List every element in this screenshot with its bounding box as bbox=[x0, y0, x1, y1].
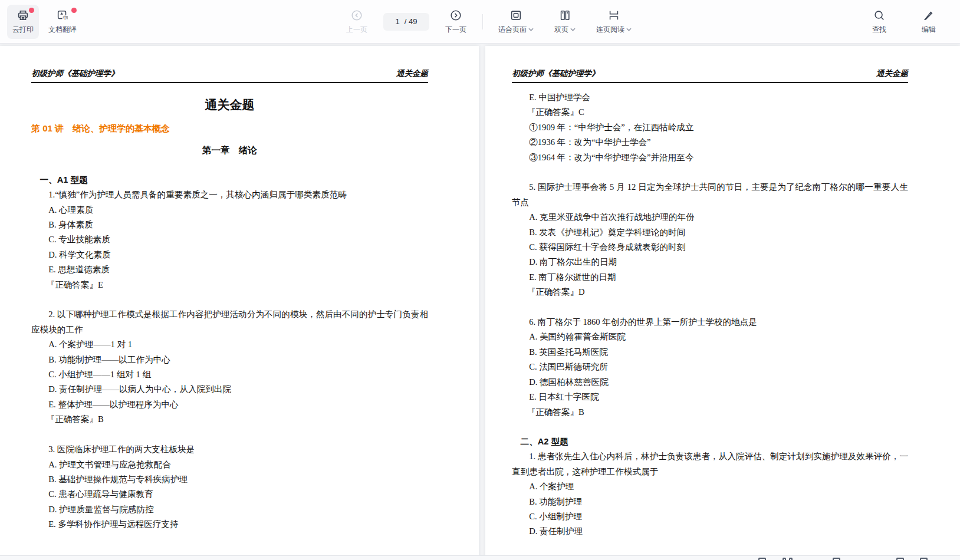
doc-line-opt: C. 患者心理疏导与健康教育 bbox=[31, 487, 428, 502]
doc-line-opt: C. 获得国际红十字会终身成就表彰的时刻 bbox=[512, 240, 908, 255]
doc-line-opt: A. 克里米亚战争中首次推行战地护理的年份 bbox=[512, 210, 908, 225]
cloud-print-label: 云打印 bbox=[12, 25, 34, 35]
header-left-text: 初级护师《基础护理学》 bbox=[512, 68, 600, 79]
doc-line-opt: A. 美国约翰霍普金斯医院 bbox=[512, 330, 908, 344]
page-running-header: 初级护师《基础护理学》 通关金题 bbox=[31, 68, 428, 83]
header-left-text: 初级护师《基础护理学》 bbox=[31, 68, 119, 79]
doc-line-chapter: 第一章 绪论 bbox=[31, 143, 428, 157]
page-1: 初级护师《基础护理学》 通关金题 通关金题第 01 讲 绪论、护理学的基本概念第… bbox=[0, 46, 479, 560]
prev-page-label: 上一页 bbox=[346, 25, 367, 35]
doc-line-q: 6. 南丁格尔于 1860 年创办的世界上第一所护士学校的地点是 bbox=[512, 315, 908, 330]
chevron-down-icon bbox=[528, 28, 534, 31]
toolbar: 云打印 中 文档翻译 上一页 bbox=[0, 0, 960, 44]
doc-line-opt: E. 多学科协作护理与远程医疗支持 bbox=[31, 517, 428, 532]
doc-line-q: 2. 以下哪种护理工作模式是根据工作内容把护理活动分为不同的模块，然后由不同的护… bbox=[31, 307, 428, 337]
status-bar bbox=[0, 555, 960, 560]
edit-label: 编辑 bbox=[922, 25, 936, 35]
doc-line-opt: D. 德国柏林慈善医院 bbox=[512, 375, 908, 390]
doc-line-opt: C. 法国巴斯德研究所 bbox=[512, 360, 908, 374]
find-button[interactable]: 查找 bbox=[863, 5, 895, 39]
doc-line-ans: 『正确答案』C bbox=[512, 105, 908, 120]
two-page-label: 双页 bbox=[554, 25, 568, 35]
doc-line-q: 5. 国际护士理事会将 5 月 12 日定为全球护士共同的节日，主要是为了纪念南… bbox=[512, 180, 908, 210]
doc-line-gap bbox=[512, 300, 908, 315]
doc-line-section: 二、A2 型题 bbox=[512, 434, 908, 449]
fit-page-label: 适合页面 bbox=[498, 25, 527, 35]
continuous-read-button[interactable]: 连页阅读 bbox=[591, 5, 636, 39]
page-total: / 49 bbox=[405, 17, 417, 26]
doc-line-gap bbox=[31, 427, 428, 442]
page-running-header: 初级护师《基础护理学》 通关金题 bbox=[512, 68, 908, 83]
notification-dot bbox=[29, 8, 34, 13]
header-right-text: 通关金题 bbox=[876, 68, 908, 79]
zoom-icon[interactable] bbox=[896, 558, 904, 560]
doc-line-opt: C. 小组护理——1 组对 1 组 bbox=[31, 367, 428, 382]
fit-page-button[interactable]: 适合页面 bbox=[494, 5, 538, 39]
edit-button[interactable]: 编辑 bbox=[913, 5, 945, 39]
page-number-input[interactable]: 1 / 49 bbox=[383, 13, 429, 31]
document-viewport[interactable]: 初级护师《基础护理学》 通关金题 通关金题第 01 讲 绪论、护理学的基本概念第… bbox=[0, 44, 960, 560]
toolbar-divider bbox=[482, 14, 483, 29]
page-2: 初级护师《基础护理学》 通关金题 E. 中国护理学会『正确答案』C①1909 年… bbox=[485, 46, 960, 560]
doc-line-opt: B. 英国圣托马斯医院 bbox=[512, 345, 908, 360]
notification-dot bbox=[71, 8, 77, 13]
find-label: 查找 bbox=[872, 25, 886, 35]
chevron-down-icon bbox=[570, 28, 576, 31]
translate-icon: 中 bbox=[56, 9, 69, 22]
printer-icon bbox=[17, 9, 29, 22]
doc-line-opt: E. 南丁格尔逝世的日期 bbox=[512, 270, 908, 285]
doc-line-opt: B. 发表《护理札记》奠定学科理论的时间 bbox=[512, 225, 908, 240]
doc-line-opt: C. 小组制护理 bbox=[512, 509, 908, 524]
doc-line-section: 一、A1 型题 bbox=[31, 173, 428, 187]
continuous-read-label: 连页阅读 bbox=[596, 25, 624, 35]
doc-translate-label: 文档翻译 bbox=[48, 25, 77, 35]
doc-line-note: ②1936 年：改为“中华护士学会” bbox=[512, 135, 908, 150]
fit-page-icon bbox=[509, 9, 522, 22]
double-page-icon[interactable] bbox=[783, 558, 786, 560]
doc-line-opt: D. 责任制护理 bbox=[512, 524, 908, 539]
doc-line-opt: E. 整体护理——以护理程序为中心 bbox=[31, 397, 428, 412]
doc-line-opt: E. 思想道德素质 bbox=[31, 262, 428, 277]
search-icon bbox=[873, 9, 886, 22]
next-page-icon bbox=[449, 9, 462, 22]
doc-line-opt: E. 日本红十字医院 bbox=[512, 390, 908, 404]
doc-line-opt: A. 个案护理 bbox=[512, 479, 908, 494]
pencil-icon bbox=[922, 9, 935, 22]
doc-line-note: ③1964 年：改为“中华护理学会”并沿用至今 bbox=[512, 150, 908, 165]
doc-line-opt: B. 身体素质 bbox=[31, 218, 428, 232]
doc-line-opt: B. 功能制护理——以工作为中心 bbox=[31, 353, 428, 367]
single-page-icon[interactable] bbox=[758, 558, 766, 560]
continuous-read-icon bbox=[607, 9, 620, 22]
doc-translate-button[interactable]: 中 文档翻译 bbox=[44, 5, 81, 39]
page-1-content: 通关金题第 01 讲 绪论、护理学的基本概念第一章 绪论一、A1 型题1.“慎独… bbox=[31, 96, 428, 532]
doc-line-gap bbox=[31, 292, 428, 307]
doc-line-gap bbox=[512, 165, 908, 180]
doc-line-opt: D. 南丁格尔出生的日期 bbox=[512, 255, 908, 269]
doc-line-note: ①1909 年：“中华护士会”，在江西牯岭成立 bbox=[512, 120, 908, 135]
cloud-print-button[interactable]: 云打印 bbox=[7, 5, 39, 39]
fit-width-icon[interactable] bbox=[833, 558, 840, 560]
two-page-icon bbox=[558, 9, 571, 22]
prev-page-icon bbox=[350, 9, 363, 22]
doc-line-ans: 『正确答案』E bbox=[31, 278, 428, 292]
header-right-text: 通关金题 bbox=[396, 68, 428, 79]
next-page-button[interactable]: 下一页 bbox=[440, 5, 472, 39]
doc-line-ans: 『正确答案』B bbox=[512, 405, 908, 420]
doc-line-opt: A. 心理素质 bbox=[31, 203, 428, 218]
doc-line-opt: D. 护理质量监督与院感防控 bbox=[31, 502, 428, 517]
page-2-content: E. 中国护理学会『正确答案』C①1909 年：“中华护士会”，在江西牯岭成立②… bbox=[512, 90, 908, 539]
doc-line-lecture: 第 01 讲 绪论、护理学的基本概念 bbox=[31, 121, 428, 136]
prev-page-button[interactable]: 上一页 bbox=[341, 5, 373, 39]
doc-line-opt: D. 科学文化素质 bbox=[31, 248, 428, 262]
doc-line-ans: 『正确答案』B bbox=[31, 412, 428, 427]
doc-line-opt: B. 功能制护理 bbox=[512, 495, 908, 509]
two-page-button[interactable]: 双页 bbox=[549, 5, 581, 39]
double-page-icon[interactable] bbox=[789, 558, 793, 560]
doc-line-opt: C. 专业技能素质 bbox=[31, 232, 428, 247]
fullscreen-icon[interactable] bbox=[920, 558, 928, 560]
doc-line-ans: 『正确答案』D bbox=[512, 285, 908, 299]
doc-line-opt: E. 中国护理学会 bbox=[512, 90, 908, 105]
doc-line-opt: D. 责任制护理——以病人为中心，从入院到出院 bbox=[31, 382, 428, 397]
doc-line-title: 通关金题 bbox=[31, 96, 428, 114]
doc-line-q: 1. 患者张先生入住心内科后，林护士负责该患者，从入院评估、制定计划到实施护理及… bbox=[512, 449, 908, 479]
